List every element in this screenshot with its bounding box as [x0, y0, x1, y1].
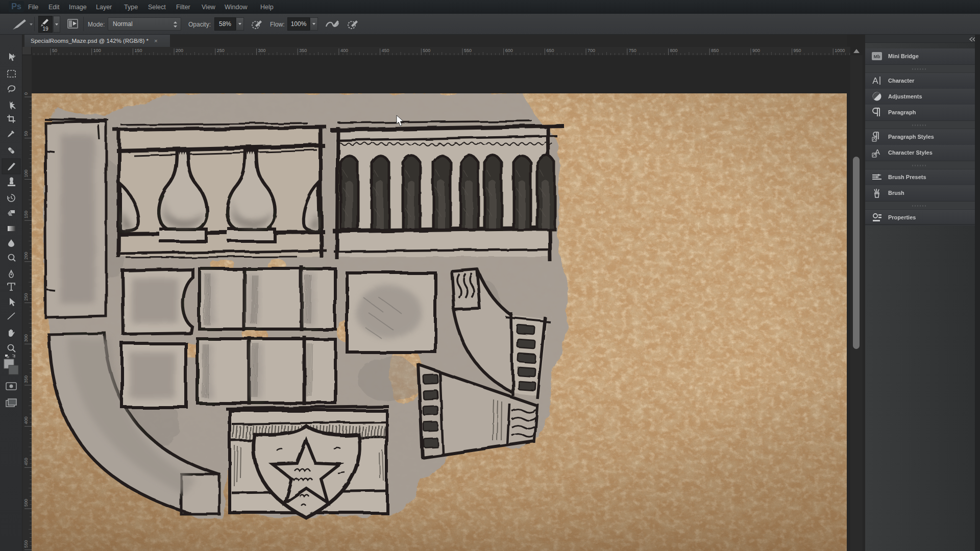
svg-text:100: 100 — [93, 48, 101, 53]
svg-text:550: 550 — [464, 48, 472, 53]
svg-text:650: 650 — [546, 48, 554, 53]
svg-text:150: 150 — [23, 211, 29, 218]
svg-text:500: 500 — [23, 499, 29, 507]
svg-text:450: 450 — [382, 48, 389, 53]
svg-text:0: 0 — [23, 92, 29, 95]
svg-text:50: 50 — [52, 48, 57, 53]
svg-text:250: 250 — [23, 293, 29, 300]
svg-text:400: 400 — [340, 48, 348, 53]
svg-text:750: 750 — [629, 48, 636, 53]
svg-text:800: 800 — [670, 48, 678, 53]
svg-text:A: A — [872, 76, 878, 86]
svg-text:350: 350 — [23, 375, 29, 383]
svg-text:850: 850 — [711, 48, 719, 53]
svg-text:450: 450 — [23, 458, 29, 465]
svg-text:300: 300 — [258, 48, 266, 53]
svg-text:150: 150 — [134, 48, 142, 53]
svg-text:A: A — [875, 147, 880, 156]
svg-text:Mb: Mb — [874, 54, 880, 59]
svg-text:900: 900 — [752, 48, 760, 53]
svg-text:19: 19 — [42, 26, 48, 32]
svg-text:250: 250 — [217, 48, 225, 53]
svg-text:400: 400 — [23, 417, 29, 424]
svg-text:550: 550 — [23, 540, 29, 548]
svg-text:350: 350 — [299, 48, 307, 53]
svg-text:300: 300 — [23, 334, 29, 342]
svg-text:500: 500 — [423, 48, 430, 53]
svg-text:200: 200 — [23, 252, 29, 260]
svg-text:700: 700 — [587, 48, 595, 53]
svg-text:600: 600 — [505, 48, 513, 53]
svg-text:50: 50 — [23, 131, 29, 136]
svg-text:100: 100 — [23, 169, 29, 177]
svg-text:950: 950 — [794, 48, 801, 53]
svg-text:200: 200 — [176, 48, 183, 53]
svg-text:1000: 1000 — [835, 48, 845, 53]
